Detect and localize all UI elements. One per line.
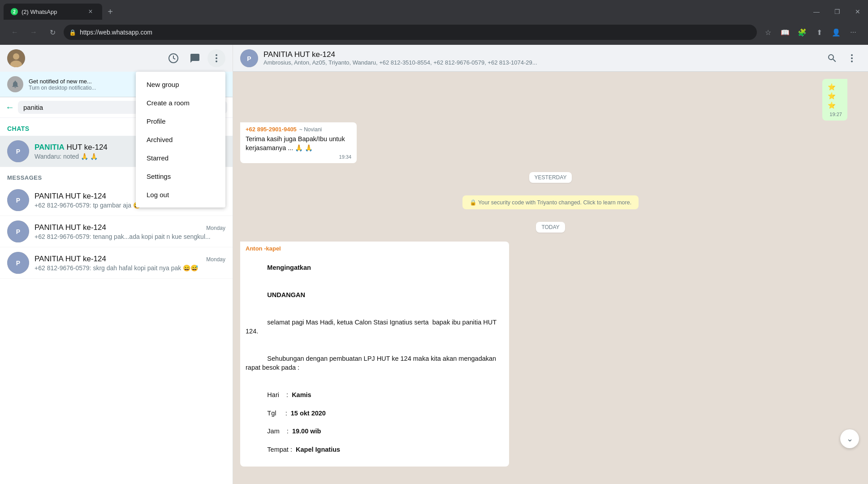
sidebar-header [0, 45, 233, 72]
message-name: PANITIA HUT ke-124 [35, 255, 106, 264]
message-time: 19:34 [246, 154, 351, 160]
dropdown-item[interactable]: Settings [136, 167, 225, 186]
chat-search-icon[interactable] [823, 49, 841, 67]
lock-icon: 🔒 [69, 29, 76, 36]
chat-main: P PANITIA HUT ke-124 Ambrosius, Anton, A… [233, 45, 868, 484]
chat-more-options-icon[interactable] [843, 49, 861, 67]
notification-text: Get notified of new me... Turn on deskto… [29, 78, 96, 91]
share-icon[interactable]: ⬆ [812, 25, 827, 40]
header-icons [164, 49, 225, 67]
chat-name: PANITIA HUT ke-124 [35, 143, 108, 152]
svg-point-18 [851, 57, 853, 59]
security-text: 🔒 Your security code with Triyanto chang… [470, 199, 631, 206]
close-button[interactable]: ✕ [847, 4, 868, 20]
security-notice[interactable]: 🔒 Your security code with Triyanto chang… [462, 195, 639, 209]
message-name: PANITIA HUT ke-124 [35, 223, 106, 232]
dropdown-item[interactable]: Starred [136, 149, 225, 167]
svg-text:P: P [247, 55, 251, 62]
sender-line: +62 895-2901-9405 ~ Noviani [246, 126, 351, 134]
message-preview: +62 812-9676-0579: skrg dah hafal kopi p… [35, 264, 225, 272]
chat-name-highlight: PANITIA [35, 143, 65, 151]
svg-text:P: P [16, 228, 20, 235]
active-tab[interactable]: 2 (2) WhatsApp × [4, 4, 102, 20]
dropdown-item[interactable]: Log out [136, 186, 225, 204]
user-avatar[interactable] [7, 49, 25, 67]
svg-text:P: P [16, 259, 20, 267]
scroll-down-button[interactable]: ⌄ [840, 429, 859, 448]
dropdown-item[interactable]: Archived [136, 130, 225, 149]
svg-point-19 [851, 60, 853, 62]
minimize-button[interactable]: — [806, 4, 827, 20]
profile-icon[interactable]: 👤 [829, 25, 844, 40]
maximize-button[interactable]: ❐ [827, 4, 847, 20]
status-icon[interactable] [164, 49, 182, 67]
svg-point-17 [851, 54, 853, 56]
address-bar[interactable]: 🔒 https://web.whatsapp.com [64, 25, 757, 40]
chat-avatar: P [7, 140, 29, 162]
back-button[interactable]: ← [7, 25, 22, 40]
svg-point-6 [216, 60, 217, 62]
sidebar: Get notified of new me... Turn on deskto… [0, 45, 233, 484]
today-sender: Anton -kapel [246, 245, 504, 252]
chat-header-name: PANITIA HUT ke-124 [263, 50, 818, 59]
sender-alias: ~ Noviani [299, 126, 322, 133]
yesterday-chip: YESTERDAY [529, 172, 572, 183]
search-back-button[interactable]: ← [5, 102, 14, 112]
reading-list-icon[interactable]: 📖 [777, 25, 793, 40]
avatar-placeholder [7, 49, 25, 67]
today-message: Anton -kapel Mengingatkan UNDANGAN selam… [240, 242, 509, 467]
menu-icon[interactable] [207, 49, 225, 67]
message-time: Monday [206, 256, 225, 263]
yesterday-divider: YESTERDAY [240, 172, 861, 183]
message-item-info: PANITIA HUT ke-124 Monday +62 812-9676-0… [35, 223, 225, 240]
svg-point-1 [13, 53, 19, 60]
message-search-item[interactable]: P PANITIA HUT ke-124 Monday +62 812-9676… [0, 247, 233, 279]
svg-point-4 [216, 54, 217, 56]
chat-header-members: Ambrosius, Anton, Az05, Triyanto, Wandar… [263, 59, 818, 66]
dropdown-item[interactable]: Create a room [136, 94, 225, 112]
tab-bar: 2 (2) WhatsApp × + — ❐ ✕ [0, 0, 868, 20]
chat-messages: ⭐ ⭐ ⭐ 19:27 +62 895-2901-9405 ~ Noviani … [233, 72, 868, 484]
svg-text:P: P [16, 197, 20, 204]
new-chat-icon[interactable] [186, 49, 204, 67]
nav-actions: ☆ 📖 🧩 ⬆ 👤 ··· [760, 25, 861, 40]
message-sender: +62 895-2901-9405 [246, 126, 297, 133]
today-message-wrap: Anton -kapel Mengingatkan UNDANGAN selam… [240, 242, 509, 467]
message-avatar: P [7, 220, 29, 242]
message-preview: +62 812-9676-0579: tenang pak...ada kopi… [35, 233, 225, 240]
chat-header-avatar[interactable]: P [240, 49, 258, 67]
message-item-info: PANITIA HUT ke-124 Monday +62 812-9676-0… [35, 255, 225, 272]
dropdown-item[interactable]: New group [136, 75, 225, 94]
today-message-text: Mengingatkan UNDANGAN selamat pagi Mas H… [246, 254, 504, 463]
notification-subtitle: Turn on desktop notificatio... [29, 85, 96, 91]
chat-header-icons [823, 49, 861, 67]
svg-text:P: P [16, 148, 20, 155]
browser-extension-icon[interactable]: 🧩 [795, 25, 810, 40]
incoming-message: +62 895-2901-9405 ~ Noviani Terima kasih… [240, 122, 357, 164]
notification-bell-icon [7, 76, 23, 92]
chat-header: P PANITIA HUT ke-124 Ambrosius, Anton, A… [233, 45, 868, 72]
new-tab-button[interactable]: + [104, 5, 117, 18]
emoji-message-wrap: ⭐ ⭐ ⭐ 19:27 [822, 79, 861, 121]
incoming-message-wrap: +62 895-2901-9405 ~ Noviani Terima kasih… [240, 122, 419, 164]
message-avatar: P [7, 252, 29, 274]
chat-name-rest: HUT ke-124 [65, 143, 108, 151]
tab-close-button[interactable]: × [86, 7, 95, 16]
emoji-message: ⭐ ⭐ ⭐ 19:27 [822, 79, 847, 121]
refresh-button[interactable]: ↻ [45, 25, 60, 40]
message-time: Monday [206, 225, 225, 231]
emoji-time: 19:27 [828, 112, 842, 117]
message-search-item[interactable]: P PANITIA HUT ke-124 Monday +62 812-9676… [0, 216, 233, 247]
window-controls: — ❐ ✕ [806, 4, 868, 20]
chat-header-info: PANITIA HUT ke-124 Ambrosius, Anton, Az0… [263, 50, 818, 66]
message-text: Terima kasih juga Bapak/Ibu untuk kerjas… [246, 134, 351, 153]
browser-chrome: 2 (2) WhatsApp × + — ❐ ✕ ← → ↻ 🔒 https:/… [0, 0, 868, 45]
forward-button[interactable]: → [26, 25, 41, 40]
tab-favicon: 2 [11, 8, 18, 15]
bookmark-star-icon[interactable]: ☆ [760, 25, 776, 40]
dropdown-item[interactable]: Profile [136, 112, 225, 130]
more-options-icon[interactable]: ··· [846, 25, 861, 40]
message-top: PANITIA HUT ke-124 Monday [35, 223, 225, 232]
dropdown-menu: New groupCreate a roomProfileArchivedSta… [136, 72, 225, 207]
message-top: PANITIA HUT ke-124 Monday [35, 255, 225, 264]
